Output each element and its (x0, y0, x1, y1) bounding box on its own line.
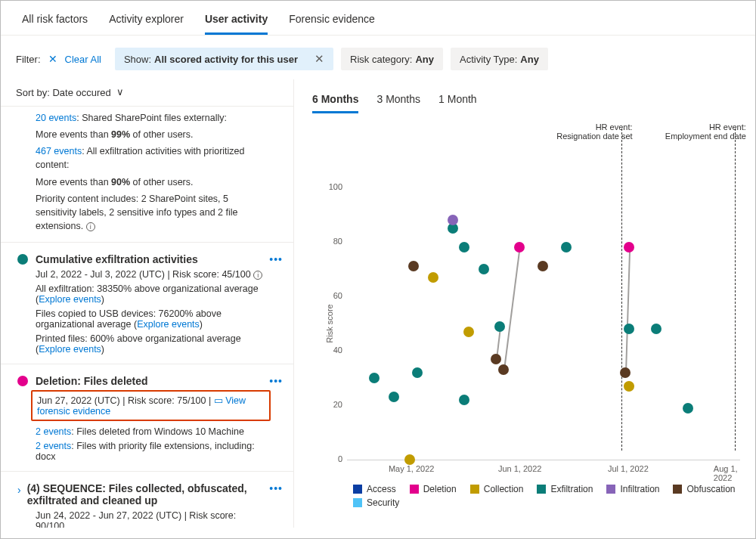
events-link[interactable]: 467 events (36, 146, 82, 156)
range-3m[interactable]: 3 Months (376, 88, 420, 113)
y-tick: 60 (333, 291, 342, 300)
filter-row: Filter: ✕ Clear All Show: All scored act… (1, 36, 755, 79)
data-point[interactable] (538, 261, 548, 271)
chip-show[interactable]: Show: All scored activity for this user … (115, 48, 333, 70)
dot-exfiltration-icon (17, 254, 28, 265)
chip-activity-type[interactable]: Activity Type: Any (451, 48, 548, 70)
data-point[interactable] (428, 272, 438, 283)
range-tabs: 6 Months 3 Months 1 Month (312, 88, 749, 113)
data-point[interactable] (479, 264, 489, 274)
data-point[interactable] (491, 354, 501, 364)
data-point[interactable] (459, 395, 469, 405)
item-cumulative-exfiltration[interactable]: Cumulative exfiltration activities ••• (1, 250, 293, 267)
clear-icon[interactable]: ✕ (48, 53, 57, 65)
chip-show-close[interactable]: ✕ (314, 52, 324, 66)
data-point[interactable] (624, 242, 634, 252)
more-icon[interactable]: ••• (269, 375, 283, 387)
item-sequence[interactable]: › (4) SEQUENCE: Files collected, obfusca… (1, 479, 293, 508)
data-point[interactable] (624, 381, 634, 392)
data-point[interactable] (624, 324, 634, 334)
range-6m[interactable]: 6 Months (312, 88, 358, 113)
right-panel: 6 Months 3 Months 1 Month Risk score0204… (294, 79, 755, 528)
y-tick: 100 (329, 182, 342, 191)
item-line: Files copied to USB devices: 76200% abov… (1, 306, 293, 331)
clear-all-link[interactable]: Clear All (65, 54, 101, 65)
events-link[interactable]: 2 events (36, 426, 71, 437)
chip-risk-value: Any (415, 54, 434, 65)
highlighted-forensic-box: Jun 27, 2022 (UTC) | Risk score: 75/100 … (31, 390, 271, 421)
item-deletion[interactable]: Deletion: Files deleted ••• (1, 372, 293, 389)
item-meta: Jun 24, 2022 - Jun 27, 2022 (UTC) | Risk… (1, 508, 293, 528)
tab-all-risk-factors[interactable]: All risk factors (22, 7, 88, 35)
tab-user-activity[interactable]: User activity (205, 7, 268, 35)
data-point[interactable] (389, 392, 399, 402)
events-link[interactable]: 2 events (36, 441, 71, 451)
data-point[interactable] (683, 403, 693, 414)
x-tick: Aug 1, 2022 (714, 464, 743, 482)
legend-item[interactable]: Deletion (410, 484, 457, 494)
data-point[interactable] (620, 367, 631, 378)
y-tick: 40 (333, 345, 342, 355)
hr-event-line (621, 129, 622, 451)
legend-item[interactable]: Obfuscation (673, 484, 735, 494)
item-title: Cumulative exfiltration activities (36, 253, 262, 265)
chart-container: Risk score020406080100May 1, 2022Jun 1, … (312, 118, 749, 528)
data-point[interactable] (459, 242, 469, 252)
data-point[interactable] (561, 242, 572, 252)
item-line: 2 events: Files deleted from Windows 10 … (1, 424, 293, 438)
data-point[interactable] (514, 242, 525, 252)
data-point[interactable] (448, 215, 458, 225)
sort-row[interactable]: Sort by: Date occured ∨ (1, 79, 293, 107)
legend-item[interactable]: Access (353, 484, 396, 494)
range-1m[interactable]: 1 Month (438, 88, 477, 113)
activity-list[interactable]: 20 events: Shared SharePoint files exter… (1, 107, 293, 528)
info-icon[interactable]: i (86, 222, 95, 231)
snippet-line: Priority content includes: 2 SharePoint … (1, 191, 293, 234)
left-panel: Sort by: Date occured ∨ 20 events: Share… (1, 79, 294, 528)
chip-act-label: Activity Type: (460, 54, 517, 65)
sort-value: Date occured (52, 87, 110, 98)
snippet-line: More events than 90% of other users. (1, 174, 293, 191)
chip-show-value: All scored activity for this user (154, 54, 298, 65)
y-axis-label: Risk score (325, 304, 334, 342)
events-link[interactable]: 20 events (36, 113, 76, 123)
data-point[interactable] (404, 454, 415, 465)
more-icon[interactable]: ••• (269, 482, 283, 494)
more-icon[interactable]: ••• (269, 253, 283, 265)
x-tick: Jul 1, 2022 (608, 464, 649, 473)
data-point[interactable] (651, 324, 662, 334)
chip-risk-label: Risk category: (350, 54, 412, 65)
item-line: 2 events: Files with priority file exten… (1, 438, 293, 463)
snippet-line: 20 events: Shared SharePoint files exter… (1, 110, 293, 126)
tab-activity-explorer[interactable]: Activity explorer (109, 7, 184, 35)
explore-link[interactable]: Explore events (39, 294, 101, 305)
y-tick: 20 (333, 400, 342, 409)
legend-item[interactable]: Exfiltration (537, 484, 593, 494)
chevron-down-icon: ∨ (113, 86, 124, 98)
legend-item[interactable]: Infiltration (606, 484, 659, 494)
explore-link[interactable]: Explore events (137, 319, 200, 330)
tab-forensic-evidence[interactable]: Forensic evidence (289, 7, 375, 35)
data-point[interactable] (412, 367, 423, 378)
legend-item[interactable]: Collection (470, 484, 524, 494)
data-point[interactable] (494, 321, 505, 332)
page-root: All risk factors Activity explorer User … (0, 0, 756, 539)
expand-icon[interactable]: › (17, 484, 21, 496)
item-line: Printed files: 600% above organizational… (1, 331, 293, 356)
info-icon[interactable]: i (253, 271, 262, 280)
item-meta: Jul 2, 2022 - Jul 3, 2022 (UTC) | Risk s… (1, 267, 293, 281)
item-line: All exfiltration: 38350% above organizat… (1, 281, 293, 306)
explore-link[interactable]: Explore events (39, 344, 101, 355)
data-point[interactable] (369, 373, 380, 383)
legend-item[interactable]: Security (353, 497, 399, 508)
chip-act-value: Any (520, 54, 539, 65)
data-point[interactable] (498, 364, 509, 375)
sort-label: Sort by: (16, 87, 50, 98)
y-tick: 0 (338, 454, 342, 463)
hr-event-label: HR event:Resignation date set (550, 122, 633, 141)
data-point[interactable] (463, 327, 474, 337)
item-title: Deletion: Files deleted (36, 375, 262, 387)
data-point[interactable] (408, 261, 419, 271)
snippet-line: More events than 99% of other users. (1, 126, 293, 143)
chip-risk-category[interactable]: Risk category: Any (341, 48, 443, 70)
